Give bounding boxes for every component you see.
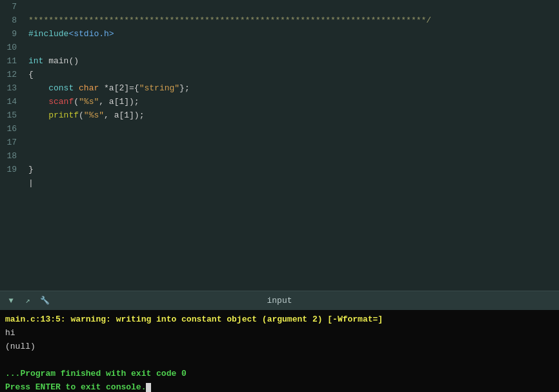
terminal-line3 xyxy=(5,353,554,367)
line-12-end: }; xyxy=(179,83,190,93)
line-12-arr: *a[2]={ xyxy=(99,83,139,93)
line-8-include-path: <stdio.h> xyxy=(68,29,114,39)
line-10-main: main() xyxy=(43,56,79,66)
panel-bar: ▼ ↗ 🔧 input xyxy=(0,291,559,310)
line-12-const: const xyxy=(48,83,79,93)
terminal-line1: hi xyxy=(5,326,554,340)
code-editor[interactable]: 7 8 9 10 11 12 13 14 15 16 17 18 19 ****… xyxy=(0,0,559,291)
line-7-comment: ****************************************… xyxy=(28,15,431,25)
terminal-warning: main.c:13:5: warning: writing into const… xyxy=(5,313,554,326)
line-13-scanf: scanf xyxy=(48,97,74,107)
settings-icon[interactable]: 🔧 xyxy=(39,295,50,307)
terminal-cursor xyxy=(146,383,151,392)
terminal-finished: ...Program finished with exit code 0 xyxy=(5,367,554,380)
line-12-string: "string" xyxy=(139,83,179,93)
code-content[interactable]: ****************************************… xyxy=(23,0,559,291)
line-11-brace: { xyxy=(28,70,34,79)
line-18-close: } xyxy=(28,165,34,174)
terminal-line2: (null) xyxy=(5,340,554,353)
line-numbers: 7 8 9 10 11 12 13 14 15 16 17 18 19 xyxy=(0,0,23,291)
line-13-paren: ( xyxy=(74,97,79,107)
line-12-char: char xyxy=(79,83,99,93)
panel-controls[interactable]: ▼ ↗ 🔧 xyxy=(5,295,50,307)
line-8-include-kw: #include xyxy=(28,29,68,39)
panel-title: input xyxy=(267,296,292,305)
line-13-args: , a[1]); xyxy=(99,97,139,107)
line-14-fmt: "%s" xyxy=(84,110,104,120)
line-14-printf: printf xyxy=(48,110,79,120)
line-14-paren: ( xyxy=(79,110,84,120)
line-13-fmt: "%s" xyxy=(79,97,99,107)
line-14-args: , a[1]); xyxy=(104,110,144,120)
collapse-icon[interactable]: ▼ xyxy=(5,295,17,307)
line-10-int: int xyxy=(28,56,43,66)
line-19-cursor: | xyxy=(28,178,34,188)
expand-icon[interactable]: ↗ xyxy=(22,295,34,307)
terminal[interactable]: main.c:13:5: warning: writing into const… xyxy=(0,310,559,392)
terminal-press: Press ENTER to exit console. xyxy=(5,380,554,392)
